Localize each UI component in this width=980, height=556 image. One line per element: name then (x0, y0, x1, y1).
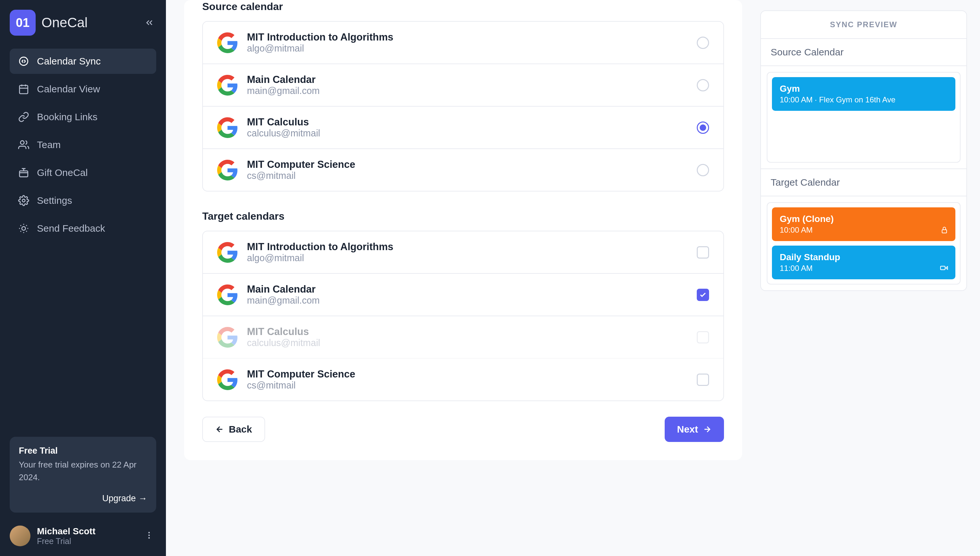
nav-icon (18, 195, 29, 206)
nav-item-gift-onecal[interactable]: Gift OneCal (10, 160, 156, 185)
upgrade-label: Upgrade (102, 493, 136, 504)
calendar-info: MIT Calculuscalculus@mitmail (247, 326, 688, 348)
google-icon (217, 242, 238, 263)
event-title: Gym (780, 84, 948, 94)
logo[interactable]: 01 OneCal (10, 10, 87, 36)
trial-text: Your free trial expires on 22 Apr 2024. (19, 459, 147, 484)
nav-item-settings[interactable]: Settings (10, 188, 156, 213)
calendar-email: main@gmail.com (247, 86, 688, 96)
calendar-email: calculus@mitmail (247, 128, 688, 139)
preview-source-inner: Gym10:00 AM · Flex Gym on 16th Ave (767, 72, 961, 163)
preview-target-inner: Gym (Clone)10:00 AMDaily Standup11:00 AM (767, 202, 961, 284)
calendar-info: MIT Computer Sciencecs@mitmail (247, 369, 688, 391)
svg-point-17 (149, 535, 150, 536)
back-button[interactable]: Back (202, 417, 265, 442)
svg-rect-20 (940, 266, 945, 270)
nav-icon (18, 223, 29, 234)
target-calendar-list: MIT Introduction to Algorithmsalgo@mitma… (202, 231, 724, 401)
back-label: Back (229, 424, 252, 435)
nav-item-team[interactable]: Team (10, 132, 156, 157)
nav-label: Booking Links (37, 112, 97, 123)
user-info: Michael Scott Free Trial (37, 526, 136, 546)
source-header: Source calendar (202, 0, 724, 21)
nav-icon (18, 167, 29, 178)
user-name: Michael Scott (37, 526, 136, 537)
dots-vertical-icon (144, 531, 154, 540)
calendar-info: MIT Calculuscalculus@mitmail (247, 116, 688, 139)
preview-target-header: Target Calendar (761, 168, 966, 196)
arrow-left-icon (215, 425, 224, 434)
sidebar-bottom: Free Trial Your free trial expires on 22… (10, 437, 156, 546)
checkbox[interactable] (697, 246, 709, 259)
button-row: Back Next (202, 417, 724, 442)
calendar-email: cs@mitmail (247, 380, 688, 391)
main-content: Source calendar MIT Introduction to Algo… (166, 0, 760, 556)
nav-icon (18, 56, 29, 67)
calendar-info: Main Calendarmain@gmail.com (247, 74, 688, 96)
logo-text: OneCal (42, 15, 87, 31)
calendar-row[interactable]: MIT Introduction to Algorithmsalgo@mitma… (203, 231, 723, 274)
event-title: Gym (Clone) (780, 214, 948, 224)
checkbox (697, 331, 709, 343)
calendar-row[interactable]: MIT Calculuscalculus@mitmail (203, 107, 723, 149)
video-icon (940, 264, 948, 273)
chevron-double-left-icon (144, 18, 155, 28)
calendar-row[interactable]: MIT Computer Sciencecs@mitmail (203, 149, 723, 191)
upgrade-link[interactable]: Upgrade → (19, 493, 147, 504)
preview-event: Daily Standup11:00 AM (772, 246, 956, 279)
nav-item-booking-links[interactable]: Booking Links (10, 104, 156, 129)
calendar-email: cs@mitmail (247, 170, 688, 181)
user-plan: Free Trial (37, 537, 136, 546)
radio[interactable] (697, 164, 709, 176)
next-button[interactable]: Next (665, 417, 724, 442)
svg-rect-5 (19, 171, 28, 176)
nav-label: Send Feedback (37, 223, 105, 234)
calendar-row[interactable]: Main Calendarmain@gmail.com (203, 274, 723, 316)
radio[interactable] (697, 79, 709, 91)
calendar-row[interactable]: MIT Introduction to Algorithmsalgo@mitma… (203, 22, 723, 64)
event-time: 10:00 AM (780, 226, 948, 234)
calendar-row: MIT Calculuscalculus@mitmail (203, 316, 723, 359)
calendar-name: MIT Introduction to Algorithms (247, 31, 688, 43)
svg-marker-21 (946, 267, 947, 270)
event-title: Daily Standup (780, 252, 948, 262)
calendar-email: calculus@mitmail (247, 338, 688, 348)
radio[interactable] (697, 37, 709, 49)
preview-event: Gym (Clone)10:00 AM (772, 207, 956, 241)
nav-icon (18, 139, 29, 150)
calendar-name: MIT Introduction to Algorithms (247, 241, 688, 253)
checkbox[interactable] (697, 373, 709, 386)
logo-badge: 01 (10, 10, 36, 36)
svg-line-15 (26, 225, 27, 226)
nav-icon (18, 84, 29, 95)
google-icon (217, 117, 238, 138)
target-header: Target calendars (202, 210, 724, 231)
nav-item-send-feedback[interactable]: Send Feedback (10, 216, 156, 241)
nav-item-calendar-sync[interactable]: Calendar Sync (10, 48, 156, 74)
calendar-row[interactable]: Main Calendarmain@gmail.com (203, 64, 723, 107)
svg-line-11 (26, 231, 27, 232)
nav-icon (18, 112, 29, 123)
avatar[interactable] (10, 525, 31, 546)
nav-label: Gift OneCal (37, 167, 88, 178)
sync-panel: Source calendar MIT Introduction to Algo… (184, 0, 742, 460)
nav-label: Calendar View (37, 84, 100, 95)
radio[interactable] (697, 121, 709, 134)
calendar-row[interactable]: MIT Computer Sciencecs@mitmail (203, 359, 723, 401)
collapse-sidebar-button[interactable] (142, 16, 156, 29)
nav-label: Calendar Sync (37, 56, 101, 67)
calendar-info: Main Calendarmain@gmail.com (247, 283, 688, 306)
calendar-name: MIT Calculus (247, 326, 688, 338)
nav-label: Team (37, 139, 61, 150)
nav-label: Settings (37, 195, 72, 206)
checkbox[interactable] (697, 289, 709, 301)
user-menu-button[interactable] (142, 528, 156, 544)
source-calendar-list: MIT Introduction to Algorithmsalgo@mitma… (202, 21, 724, 191)
svg-point-18 (149, 537, 150, 539)
google-icon (217, 327, 238, 348)
arrow-right-icon: → (138, 493, 147, 504)
nav-item-calendar-view[interactable]: Calendar View (10, 76, 156, 102)
preview-pane: SYNC PREVIEW Source Calendar Gym10:00 AM… (760, 0, 980, 556)
google-icon (217, 160, 238, 181)
preview-source-header: Source Calendar (761, 39, 966, 66)
